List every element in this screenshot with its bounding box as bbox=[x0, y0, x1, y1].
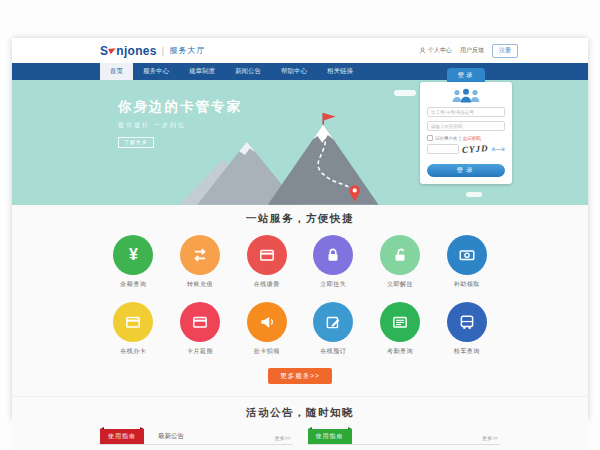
edit-icon bbox=[324, 313, 342, 331]
logo-divider: | bbox=[162, 46, 165, 56]
hero-banner: 你身边的卡管专家 提供捷径 一步到位 了解更多 登录 bbox=[12, 80, 588, 205]
brand-logo-text-1: S bbox=[100, 44, 108, 58]
unlock-icon bbox=[391, 246, 409, 264]
mountain-illustration bbox=[180, 109, 390, 205]
service-circle bbox=[447, 302, 487, 342]
bank-card-icon bbox=[124, 313, 142, 331]
service-circle bbox=[113, 302, 153, 342]
service-online-payment[interactable]: 在线缴费 bbox=[233, 235, 300, 289]
service-label: 在线办卡 bbox=[120, 347, 146, 356]
captcha-input[interactable] bbox=[427, 144, 459, 154]
username-input[interactable] bbox=[427, 107, 505, 117]
service-label: 考勤查询 bbox=[387, 347, 413, 356]
service-circle bbox=[180, 302, 220, 342]
personal-center-link[interactable]: 个人中心 bbox=[419, 46, 452, 55]
announcements-title: 活动公告，随时知晓 bbox=[12, 406, 588, 420]
remember-forgot-divider: | bbox=[460, 136, 461, 141]
services-section: 一站服务，方便快捷 ¥ 余额查询 转账充值 bbox=[12, 205, 588, 396]
service-school-bus-inquiry[interactable]: 校车查询 bbox=[433, 302, 500, 356]
user-feedback-link[interactable]: 用户反馈 bbox=[460, 46, 484, 55]
service-label: 立即解挂 bbox=[387, 280, 413, 289]
captcha-image[interactable]: CYJD bbox=[462, 143, 489, 155]
services-grid: ¥ 余额查询 转账充值 bbox=[100, 235, 500, 356]
bus-icon bbox=[458, 313, 476, 331]
usage-guide-tab[interactable]: 使用指南 bbox=[308, 429, 352, 445]
nav-item-rules[interactable]: 规章制度 bbox=[179, 63, 225, 80]
service-circle bbox=[247, 302, 287, 342]
password-input[interactable] bbox=[427, 121, 505, 131]
header-utility-links: 个人中心 用户反馈 注册 bbox=[419, 44, 518, 58]
more-link[interactable]: 更多>> bbox=[275, 435, 291, 441]
service-online-booking[interactable]: 在线预订 bbox=[300, 302, 367, 356]
captcha-row: CYJD 换一张 bbox=[427, 144, 505, 154]
login-panel-body: 记住用户名 | 忘记密码 CYJD 换一张 登录 bbox=[420, 82, 512, 184]
remember-label: 记住用户名 bbox=[435, 136, 458, 141]
nav-item-service-center[interactable]: 服务中心 bbox=[133, 63, 179, 80]
service-online-card-apply[interactable]: 在线办卡 bbox=[100, 302, 167, 356]
service-label: 补助领取 bbox=[454, 280, 480, 289]
service-card-extension[interactable]: 卡片延期 bbox=[167, 302, 234, 356]
service-found-card-claim[interactable]: 拾卡招领 bbox=[233, 302, 300, 356]
register-button[interactable]: 注册 bbox=[492, 44, 518, 58]
service-label: 转账充值 bbox=[187, 280, 213, 289]
list-icon bbox=[391, 313, 409, 331]
service-circle bbox=[313, 235, 353, 275]
login-tab[interactable]: 登录 bbox=[447, 68, 485, 82]
users-icon bbox=[449, 88, 483, 103]
service-transfer-recharge[interactable]: 转账充值 bbox=[167, 235, 234, 289]
latest-news-tab[interactable]: 最新公告 bbox=[158, 432, 184, 444]
service-balance-inquiry[interactable]: ¥ 余额查询 bbox=[100, 235, 167, 289]
nav-item-home[interactable]: 首页 bbox=[100, 63, 133, 80]
bank-card-icon bbox=[258, 246, 276, 264]
site-header: S njones | 服务大厅 个人中心 用户反馈 注册 bbox=[12, 38, 588, 63]
usage-guide-tab-label: 使用指南 bbox=[108, 433, 136, 439]
forgot-password-link[interactable]: 忘记密码 bbox=[463, 136, 481, 141]
cloud-shape bbox=[466, 192, 482, 197]
cloud-shape bbox=[394, 90, 416, 96]
brand-tagline: 服务大厅 bbox=[169, 45, 205, 56]
service-circle: ¥ bbox=[113, 235, 153, 275]
service-circle bbox=[380, 235, 420, 275]
captcha-refresh-link[interactable]: 换一张 bbox=[492, 147, 506, 152]
service-circle bbox=[447, 235, 487, 275]
usage-guide-tab[interactable]: 使用指南 bbox=[100, 429, 144, 445]
announcement-panels: 使用指南 最新公告 更多>> 使用指南 更多>> bbox=[100, 428, 500, 445]
brand-logo-text-2: njones bbox=[116, 44, 156, 58]
nav-item-related-links[interactable]: 相关链接 bbox=[317, 63, 363, 80]
ribbon-fold bbox=[140, 427, 144, 429]
yen-icon: ¥ bbox=[129, 247, 138, 263]
service-circle bbox=[180, 235, 220, 275]
announcements-section: 活动公告，随时知晓 使用指南 最新公告 更多>> 使用指南 更多>> bbox=[12, 396, 588, 450]
website-window: S njones | 服务大厅 个人中心 用户反馈 注册 首页 服务中心 规章制… bbox=[12, 38, 588, 420]
more-services-button[interactable]: 更多服务>> bbox=[268, 368, 332, 384]
personal-center-label: 个人中心 bbox=[428, 46, 452, 55]
hero-cta-button[interactable]: 了解更多 bbox=[118, 137, 154, 148]
login-submit-button[interactable]: 登录 bbox=[427, 164, 505, 177]
brand-logo[interactable]: S njones | 服务大厅 bbox=[100, 44, 205, 58]
remember-checkbox[interactable] bbox=[427, 135, 433, 141]
service-label: 在线缴费 bbox=[254, 280, 280, 289]
service-cancel-loss[interactable]: 立即解挂 bbox=[367, 235, 434, 289]
ribbon-fold bbox=[308, 427, 312, 429]
usage-guide-tab-label: 使用指南 bbox=[316, 433, 344, 439]
service-circle bbox=[247, 235, 287, 275]
bank-card-icon bbox=[191, 313, 209, 331]
nav-item-news[interactable]: 新闻公告 bbox=[225, 63, 271, 80]
service-label: 余额查询 bbox=[120, 280, 146, 289]
service-label: 卡片延期 bbox=[187, 347, 213, 356]
person-icon bbox=[419, 47, 426, 54]
service-subsidy-collect[interactable]: 补助领取 bbox=[433, 235, 500, 289]
announcement-panel-left: 使用指南 最新公告 更多>> bbox=[100, 428, 293, 445]
service-circle bbox=[313, 302, 353, 342]
service-circle bbox=[380, 302, 420, 342]
more-link[interactable]: 更多>> bbox=[482, 435, 498, 441]
nav-item-help-center[interactable]: 帮助中心 bbox=[271, 63, 317, 80]
service-label: 校车查询 bbox=[454, 347, 480, 356]
login-panel: 登录 记住用户名 | 忘记密码 CYJD 换一张 bbox=[420, 68, 512, 184]
service-report-loss[interactable]: 立即挂失 bbox=[300, 235, 367, 289]
lock-icon bbox=[324, 246, 342, 264]
announcement-panel-right: 使用指南 更多>> bbox=[308, 428, 501, 445]
service-attendance-inquiry[interactable]: 考勤查询 bbox=[367, 302, 434, 356]
ribbon-fold bbox=[100, 427, 104, 429]
service-label: 在线预订 bbox=[320, 347, 346, 356]
